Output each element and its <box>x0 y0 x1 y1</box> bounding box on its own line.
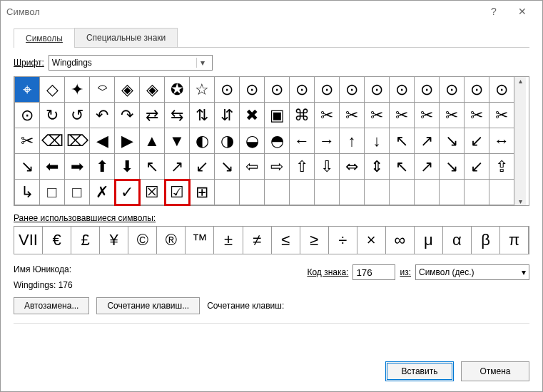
symbol-cell[interactable]: ⌦ <box>65 128 90 154</box>
recent-symbol-cell[interactable]: ® <box>157 227 186 254</box>
symbol-cell[interactable]: ✂ <box>365 103 390 128</box>
symbol-cell[interactable]: ⌘ <box>290 103 315 128</box>
symbol-cell[interactable]: ↓ <box>365 128 390 154</box>
symbol-cell[interactable]: ⊙ <box>489 77 514 103</box>
symbol-cell[interactable]: ⊙ <box>265 77 290 103</box>
symbol-cell[interactable]: ⬇ <box>115 154 140 180</box>
symbol-cell[interactable]: ✂ <box>340 103 365 128</box>
symbol-cell[interactable] <box>265 180 290 205</box>
symbol-cell[interactable] <box>465 180 489 205</box>
tab-special[interactable]: Специальные знаки <box>74 28 178 47</box>
insert-button[interactable]: Вставить <box>385 361 454 381</box>
symbol-cell[interactable]: □ <box>40 180 65 205</box>
symbol-cell[interactable]: ↻ <box>40 103 65 128</box>
symbol-cell[interactable]: ⇧ <box>290 154 315 180</box>
symbol-cell[interactable]: ⇕ <box>365 154 390 180</box>
symbol-cell[interactable] <box>415 180 440 205</box>
symbol-cell[interactable]: ⇪ <box>489 154 514 180</box>
code-input[interactable] <box>352 264 395 280</box>
autocorrect-button[interactable]: Автозамена... <box>14 297 89 314</box>
symbol-cell[interactable]: □ <box>65 180 90 205</box>
symbol-cell[interactable]: ✂ <box>489 103 514 128</box>
shortcut-button[interactable]: Сочетание клавиш... <box>96 297 200 314</box>
symbol-cell[interactable]: ▼ <box>165 128 190 154</box>
symbol-cell[interactable]: ⇩ <box>315 154 340 180</box>
symbol-cell[interactable]: ☑ <box>165 180 190 205</box>
symbol-cell[interactable] <box>340 180 365 205</box>
font-select[interactable]: Wingdings ▾ <box>49 55 213 71</box>
symbol-cell[interactable]: ✓ <box>115 180 140 205</box>
recent-symbol-cell[interactable]: α <box>443 227 472 254</box>
symbol-cell[interactable]: ⇨ <box>265 154 290 180</box>
symbol-cell[interactable]: ⊙ <box>240 77 265 103</box>
symbol-cell[interactable]: ↗ <box>415 154 440 180</box>
symbol-cell[interactable]: ✂ <box>415 103 440 128</box>
symbol-cell[interactable]: ⌖ <box>15 77 40 103</box>
symbol-cell[interactable]: ☒ <box>140 180 165 205</box>
recent-symbol-cell[interactable]: € <box>43 227 71 254</box>
symbol-cell[interactable]: → <box>315 128 340 154</box>
help-icon[interactable]: ? <box>479 6 508 17</box>
symbol-cell[interactable]: ▲ <box>140 128 165 154</box>
symbol-cell[interactable]: ◈ <box>115 77 140 103</box>
symbol-cell[interactable]: ⊙ <box>390 77 415 103</box>
symbol-cell[interactable]: ◈ <box>140 77 165 103</box>
tab-symbols[interactable]: Символы <box>14 29 75 48</box>
symbol-cell[interactable]: ✂ <box>390 103 415 128</box>
symbol-cell[interactable]: ↗ <box>415 128 440 154</box>
recent-symbol-cell[interactable]: β <box>472 227 500 254</box>
symbol-cell[interactable]: ⌫ <box>40 128 65 154</box>
symbol-cell[interactable]: ⊞ <box>190 180 215 205</box>
symbol-cell[interactable]: ▶ <box>115 128 140 154</box>
symbol-cell[interactable]: ◇ <box>40 77 65 103</box>
symbol-cell[interactable]: ◑ <box>215 128 240 154</box>
scrollbar[interactable]: ▴ ▾ <box>514 77 526 205</box>
recent-symbol-cell[interactable]: ≥ <box>300 227 329 254</box>
close-icon[interactable]: ✕ <box>508 6 537 17</box>
symbol-cell[interactable]: ➡ <box>65 154 90 180</box>
symbol-cell[interactable] <box>489 180 514 205</box>
recent-symbol-cell[interactable]: ÷ <box>329 227 357 254</box>
symbol-cell[interactable]: ↖ <box>140 154 165 180</box>
scroll-down-icon[interactable]: ▾ <box>519 197 522 205</box>
symbol-cell[interactable]: ⊙ <box>465 77 489 103</box>
recent-symbol-cell[interactable]: × <box>357 227 386 254</box>
symbol-cell[interactable]: ✂ <box>465 103 489 128</box>
recent-symbol-cell[interactable]: ≤ <box>272 227 300 254</box>
symbol-cell[interactable] <box>315 180 340 205</box>
recent-symbol-cell[interactable]: VII <box>14 227 43 254</box>
recent-symbol-cell[interactable]: ™ <box>186 227 214 254</box>
symbol-cell[interactable]: ↘ <box>215 154 240 180</box>
symbol-cell[interactable]: ▣ <box>265 103 290 128</box>
symbol-cell[interactable]: ◀ <box>90 128 115 154</box>
symbol-cell[interactable]: ◓ <box>265 128 290 154</box>
symbol-cell[interactable] <box>290 180 315 205</box>
cancel-button[interactable]: Отмена <box>461 361 529 381</box>
symbol-cell[interactable]: ⬆ <box>90 154 115 180</box>
symbol-cell[interactable]: ⊙ <box>15 103 40 128</box>
symbol-cell[interactable]: ⊙ <box>340 77 365 103</box>
symbol-cell[interactable]: ↑ <box>340 128 365 154</box>
symbol-cell[interactable]: ← <box>290 128 315 154</box>
symbol-cell[interactable]: ◒ <box>240 128 265 154</box>
symbol-cell[interactable]: ↔ <box>489 128 514 154</box>
recent-symbol-cell[interactable]: ∞ <box>386 227 415 254</box>
symbol-cell[interactable]: ↶ <box>90 103 115 128</box>
recent-symbol-cell[interactable]: ≠ <box>243 227 272 254</box>
recent-symbol-cell[interactable]: μ <box>415 227 443 254</box>
recent-symbol-cell[interactable]: ± <box>214 227 243 254</box>
symbol-cell[interactable]: ✗ <box>90 180 115 205</box>
symbol-cell[interactable]: ✖ <box>240 103 265 128</box>
symbol-cell[interactable]: ⬅ <box>40 154 65 180</box>
symbol-cell[interactable]: ↘ <box>440 154 465 180</box>
symbol-cell[interactable]: ✂ <box>315 103 340 128</box>
symbol-cell[interactable]: ⇄ <box>140 103 165 128</box>
symbol-cell[interactable]: ✦ <box>65 77 90 103</box>
symbol-cell[interactable]: ⌔ <box>90 77 115 103</box>
symbol-cell[interactable]: ⇵ <box>215 103 240 128</box>
from-select[interactable]: Символ (дес.) ▾ <box>415 264 529 280</box>
symbol-cell[interactable]: ↖ <box>390 128 415 154</box>
symbol-cell[interactable]: ⇦ <box>240 154 265 180</box>
symbol-cell[interactable]: ⊙ <box>215 77 240 103</box>
symbol-cell[interactable]: ↙ <box>465 154 489 180</box>
